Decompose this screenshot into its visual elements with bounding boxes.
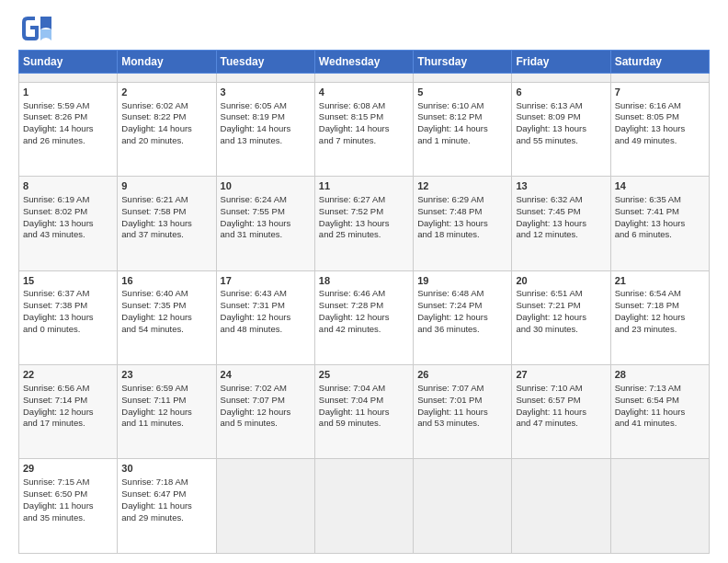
cell-line: Daylight: 12 hours xyxy=(121,312,211,324)
cell-line: Sunrise: 5:59 AM xyxy=(23,100,113,112)
calendar-cell: 30Sunrise: 7:18 AMSunset: 6:47 PMDayligh… xyxy=(118,459,216,554)
cell-line: Sunrise: 6:43 AM xyxy=(221,288,311,300)
calendar-cell: 20Sunrise: 6:51 AMSunset: 7:21 PMDayligh… xyxy=(512,270,610,364)
cell-line: and 0 minutes. xyxy=(23,324,113,336)
day-number: 14 xyxy=(615,179,705,193)
day-number: 24 xyxy=(221,368,311,382)
calendar-cell: 26Sunrise: 7:07 AMSunset: 7:01 PMDayligh… xyxy=(414,365,512,459)
cell-line: and 17 minutes. xyxy=(23,418,113,430)
cell-line: Daylight: 13 hours xyxy=(417,218,507,230)
calendar-week-row: 1Sunrise: 5:59 AMSunset: 8:26 PMDaylight… xyxy=(19,82,710,176)
cell-line: Sunset: 7:45 PM xyxy=(516,206,606,218)
day-number: 5 xyxy=(417,86,507,99)
calendar-cell xyxy=(512,74,610,83)
calendar-cell xyxy=(216,459,314,554)
cell-line: Sunset: 6:54 PM xyxy=(615,395,705,407)
cell-line: Sunset: 7:41 PM xyxy=(615,206,705,218)
day-number: 7 xyxy=(615,86,705,99)
cell-line: Daylight: 13 hours xyxy=(319,218,409,230)
cell-line: Sunset: 7:52 PM xyxy=(319,206,409,218)
cell-line: and 48 minutes. xyxy=(221,324,311,336)
cell-line: Sunrise: 6:16 AM xyxy=(615,100,705,112)
calendar-cell: 15Sunrise: 6:37 AMSunset: 7:38 PMDayligh… xyxy=(19,270,118,364)
day-number: 6 xyxy=(516,86,606,99)
cell-line: Sunrise: 6:29 AM xyxy=(417,194,507,206)
calendar-cell xyxy=(512,459,610,554)
cell-line: Sunset: 7:11 PM xyxy=(121,395,211,407)
day-number: 9 xyxy=(121,179,211,193)
cell-line: and 30 minutes. xyxy=(516,324,606,336)
day-number: 2 xyxy=(121,86,211,99)
cell-line: and 26 minutes. xyxy=(23,135,113,147)
cell-line: Sunrise: 6:05 AM xyxy=(221,100,311,112)
logo xyxy=(18,15,55,42)
cell-line: Sunrise: 6:46 AM xyxy=(319,288,409,300)
cell-line: Sunrise: 6:54 AM xyxy=(615,288,705,300)
day-number: 19 xyxy=(417,274,507,288)
cell-line: Daylight: 12 hours xyxy=(221,312,311,324)
cell-line: and 37 minutes. xyxy=(121,229,211,241)
calendar-cell: 27Sunrise: 7:10 AMSunset: 6:57 PMDayligh… xyxy=(512,365,610,459)
calendar-cell: 2Sunrise: 6:02 AMSunset: 8:22 PMDaylight… xyxy=(118,82,216,176)
cell-line: Daylight: 12 hours xyxy=(121,407,211,419)
calendar-cell: 17Sunrise: 6:43 AMSunset: 7:31 PMDayligh… xyxy=(216,270,314,364)
day-of-week-header: Tuesday xyxy=(216,51,314,74)
cell-line: Sunrise: 7:18 AM xyxy=(121,477,211,488)
cell-line: and 23 minutes. xyxy=(615,324,705,336)
calendar-cell xyxy=(314,74,413,83)
cell-line: Sunrise: 7:13 AM xyxy=(615,383,705,395)
cell-line: Daylight: 14 hours xyxy=(319,123,409,135)
cell-line: Sunset: 7:28 PM xyxy=(319,300,409,312)
cell-line: Sunset: 7:35 PM xyxy=(121,300,211,312)
cell-line: Sunrise: 6:08 AM xyxy=(319,100,409,112)
day-number: 4 xyxy=(319,86,409,99)
cell-line: and 12 minutes. xyxy=(516,229,606,241)
calendar-cell xyxy=(118,74,216,83)
cell-line: Sunset: 8:22 PM xyxy=(121,111,211,123)
cell-line: Sunrise: 7:07 AM xyxy=(417,383,507,395)
calendar-cell: 13Sunrise: 6:32 AMSunset: 7:45 PMDayligh… xyxy=(512,177,610,270)
cell-line: Daylight: 11 hours xyxy=(516,407,606,419)
cell-line: and 6 minutes. xyxy=(615,229,705,241)
calendar-cell: 29Sunrise: 7:15 AMSunset: 6:50 PMDayligh… xyxy=(19,459,118,554)
cell-line: Daylight: 12 hours xyxy=(615,312,705,324)
calendar-cell: 24Sunrise: 7:02 AMSunset: 7:07 PMDayligh… xyxy=(216,365,314,459)
cell-line: Sunset: 7:24 PM xyxy=(417,300,507,312)
cell-line: Sunrise: 6:10 AM xyxy=(417,100,507,112)
cell-line: Sunrise: 6:51 AM xyxy=(516,288,606,300)
logo-icon xyxy=(18,15,51,42)
calendar-cell: 9Sunrise: 6:21 AMSunset: 7:58 PMDaylight… xyxy=(118,177,216,270)
day-number: 28 xyxy=(615,368,705,382)
day-of-week-header: Friday xyxy=(512,51,610,74)
cell-line: and 29 minutes. xyxy=(121,512,211,524)
calendar-cell: 1Sunrise: 5:59 AMSunset: 8:26 PMDaylight… xyxy=(19,82,118,176)
cell-line: Sunrise: 7:02 AM xyxy=(221,383,311,395)
cell-line: and 13 minutes. xyxy=(221,135,311,147)
day-of-week-header: Monday xyxy=(118,51,216,74)
cell-line: Sunrise: 6:19 AM xyxy=(23,194,113,206)
day-number: 11 xyxy=(319,179,409,193)
cell-line: Daylight: 11 hours xyxy=(23,500,113,512)
cell-line: Sunrise: 7:10 AM xyxy=(516,383,606,395)
cell-line: Sunset: 7:58 PM xyxy=(121,206,211,218)
day-of-week-header: Saturday xyxy=(610,51,709,74)
cell-line: Daylight: 12 hours xyxy=(516,312,606,324)
cell-line: Sunrise: 6:13 AM xyxy=(516,100,606,112)
day-number: 17 xyxy=(221,274,311,288)
calendar-cell xyxy=(414,459,512,554)
day-number: 23 xyxy=(121,368,211,382)
day-number: 25 xyxy=(319,368,409,382)
day-number: 16 xyxy=(121,274,211,288)
day-number: 21 xyxy=(615,274,705,288)
calendar-cell: 19Sunrise: 6:48 AMSunset: 7:24 PMDayligh… xyxy=(414,270,512,364)
cell-line: and 55 minutes. xyxy=(516,135,606,147)
calendar-week-row: 15Sunrise: 6:37 AMSunset: 7:38 PMDayligh… xyxy=(19,270,710,364)
calendar-cell: 5Sunrise: 6:10 AMSunset: 8:12 PMDaylight… xyxy=(414,82,512,176)
day-of-week-header: Wednesday xyxy=(314,51,413,74)
cell-line: and 54 minutes. xyxy=(121,324,211,336)
cell-line: Sunset: 7:21 PM xyxy=(516,300,606,312)
calendar-cell xyxy=(610,74,709,83)
cell-line: Daylight: 14 hours xyxy=(417,123,507,135)
cell-line: and 20 minutes. xyxy=(121,135,211,147)
day-number: 20 xyxy=(516,274,606,288)
